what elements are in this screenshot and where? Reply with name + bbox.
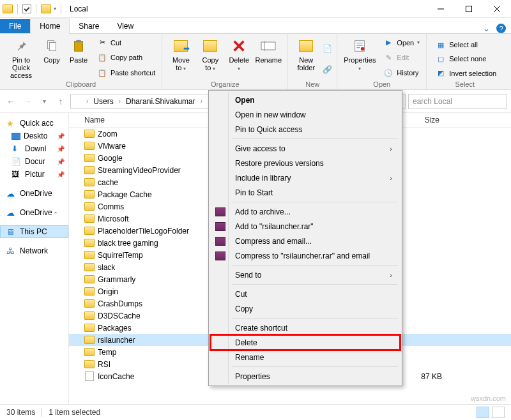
tab-home[interactable]: Home bbox=[30, 19, 70, 34]
svg-rect-1 bbox=[466, 6, 472, 11]
folder-icon bbox=[84, 227, 95, 235]
folder-icon bbox=[84, 190, 95, 199]
ctx-properties[interactable]: Properties bbox=[211, 369, 400, 384]
back-button[interactable]: ← bbox=[4, 94, 18, 109]
delete-button[interactable]: Delete ▾ bbox=[225, 35, 253, 80]
sidebar-this-pc[interactable]: 🖥This PC bbox=[0, 225, 68, 238]
pictures-icon: 🖼 bbox=[11, 170, 22, 179]
folder-icon bbox=[84, 154, 95, 162]
large-icons-view-button[interactable] bbox=[492, 407, 505, 418]
selection-count: 1 item selected bbox=[49, 408, 100, 417]
folder-icon bbox=[84, 202, 95, 211]
nav-pane: ★Quick acc Deskto📌 ⬇Downl📌 📄Docur📌 🖼Pict… bbox=[0, 113, 69, 404]
select-none-icon: ▢ bbox=[436, 54, 446, 64]
tab-share[interactable]: Share bbox=[70, 19, 108, 33]
paste-icon bbox=[70, 38, 88, 54]
copy-path-icon: 📋 bbox=[97, 52, 107, 63]
new-item-icon[interactable]: 📄 bbox=[323, 44, 333, 53]
sidebar-network[interactable]: 🖧Network bbox=[0, 244, 68, 257]
ctx-restore-versions[interactable]: Restore previous versions bbox=[211, 156, 400, 170]
ctx-create-shortcut[interactable]: Create shortcut bbox=[211, 320, 400, 335]
maximize-button[interactable] bbox=[455, 0, 483, 18]
forward-button[interactable]: → bbox=[20, 94, 34, 109]
ctx-include-library[interactable]: Include in library› bbox=[211, 170, 400, 185]
ctx-copy[interactable]: Copy bbox=[211, 301, 400, 316]
paste-button[interactable]: Paste bbox=[65, 35, 92, 80]
ctx-delete[interactable]: Delete bbox=[211, 335, 400, 350]
ctx-give-access[interactable]: Give access to› bbox=[211, 141, 400, 156]
copy-icon bbox=[43, 38, 61, 54]
ctx-compress-rar-email[interactable]: Compress to "rsilauncher.rar" and email bbox=[211, 248, 400, 263]
move-to-button[interactable]: ➡ Move to ▾ bbox=[166, 35, 195, 80]
tab-view[interactable]: View bbox=[108, 19, 142, 33]
star-icon: ★ bbox=[6, 119, 17, 128]
open-button[interactable]: ▶Open ▾ bbox=[381, 36, 422, 49]
context-menu: Open Open in new window Pin to Quick acc… bbox=[208, 90, 402, 386]
ctx-add-archive[interactable]: Add to archive... bbox=[211, 204, 400, 219]
easy-access-icon[interactable]: 🔗 bbox=[323, 65, 333, 74]
sidebar-onedrive-2[interactable]: ☁OneDrive - bbox=[0, 206, 68, 219]
help-icon[interactable]: ? bbox=[496, 24, 506, 33]
details-view-button[interactable] bbox=[477, 407, 489, 418]
ribbon-expand-icon[interactable]: ⌄ bbox=[483, 24, 490, 33]
invert-selection-button[interactable]: ◩Invert selection bbox=[433, 67, 499, 80]
ctx-rename[interactable]: Rename bbox=[211, 350, 400, 364]
svg-rect-10 bbox=[261, 42, 275, 50]
select-all-icon: ▦ bbox=[436, 40, 446, 50]
tab-file[interactable]: File bbox=[0, 19, 30, 33]
close-button[interactable] bbox=[483, 0, 511, 18]
minimize-button[interactable] bbox=[427, 0, 455, 18]
folder-icon bbox=[84, 142, 95, 150]
ctx-open[interactable]: Open bbox=[211, 93, 400, 107]
ctx-compress-email[interactable]: Compress and email... bbox=[211, 234, 400, 248]
folder-icon bbox=[84, 324, 95, 332]
history-button[interactable]: 🕓History bbox=[381, 66, 422, 79]
ctx-send-to[interactable]: Send to› bbox=[211, 267, 400, 282]
ctx-pin-start[interactable]: Pin to Start bbox=[211, 185, 400, 200]
sidebar-downloads[interactable]: ⬇Downl📌 bbox=[0, 142, 68, 155]
qat-dropdown-icon[interactable]: ▾ bbox=[54, 6, 56, 11]
ctx-open-new-window[interactable]: Open in new window bbox=[211, 107, 400, 122]
select-all-button[interactable]: ▦Select all bbox=[433, 38, 499, 51]
pin-quick-access-button[interactable]: Pin to Quick access bbox=[4, 35, 38, 80]
edit-button[interactable]: ✎Edit bbox=[381, 51, 422, 64]
paste-shortcut-icon: 📋 bbox=[97, 68, 107, 78]
paste-shortcut-button[interactable]: 📋Paste shortcut bbox=[95, 66, 158, 79]
ctx-add-rar[interactable]: Add to "rsilauncher.rar" bbox=[211, 219, 400, 234]
breadcrumb-user[interactable]: Dharani.Shivakumar bbox=[123, 97, 198, 106]
cut-button[interactable]: ✂Cut bbox=[95, 36, 158, 49]
folder-icon bbox=[84, 299, 95, 308]
svg-rect-6 bbox=[75, 41, 83, 52]
documents-icon: 📄 bbox=[11, 157, 22, 166]
sidebar-pictures[interactable]: 🖼Pictur📌 bbox=[0, 168, 68, 181]
ctx-pin-quick-access[interactable]: Pin to Quick access bbox=[211, 122, 400, 137]
up-button[interactable]: ↑ bbox=[54, 94, 68, 109]
ctx-cut[interactable]: Cut bbox=[211, 287, 400, 301]
ribbon-tabs: File Home Share View ⌄ ? bbox=[0, 18, 511, 34]
folder-icon bbox=[84, 166, 95, 174]
folder-icon bbox=[84, 348, 95, 356]
copy-path-button[interactable]: 📋Copy path bbox=[95, 51, 158, 64]
qat-properties-icon[interactable] bbox=[22, 4, 31, 13]
sidebar-quick-access[interactable]: ★Quick acc bbox=[0, 117, 68, 130]
sidebar-desktop[interactable]: Deskto📌 bbox=[0, 130, 68, 142]
header-name[interactable]: Name bbox=[69, 116, 232, 124]
properties-button[interactable]: Properties ▾ bbox=[341, 35, 378, 80]
breadcrumb-users[interactable]: Users bbox=[91, 97, 116, 106]
copy-button[interactable]: Copy bbox=[38, 35, 65, 80]
rename-button[interactable]: Rename bbox=[253, 35, 284, 80]
select-none-button[interactable]: ▢Select none bbox=[433, 52, 499, 65]
search-input[interactable]: earch Local bbox=[408, 94, 507, 109]
copy-to-button[interactable]: Copy to ▾ bbox=[195, 35, 225, 80]
folder-icon bbox=[41, 4, 51, 13]
group-organize: Organize bbox=[166, 80, 284, 89]
folder-icon bbox=[84, 275, 95, 283]
sidebar-onedrive[interactable]: ☁OneDrive bbox=[0, 187, 68, 200]
window-title: Local bbox=[70, 4, 88, 13]
recent-dropdown[interactable]: ▾ bbox=[37, 94, 51, 109]
chevron-right-icon: › bbox=[390, 174, 392, 182]
invert-icon: ◩ bbox=[436, 68, 446, 79]
desktop-icon bbox=[11, 133, 20, 140]
new-folder-button[interactable]: New folder bbox=[292, 35, 320, 80]
sidebar-documents[interactable]: 📄Docur📌 bbox=[0, 155, 68, 168]
